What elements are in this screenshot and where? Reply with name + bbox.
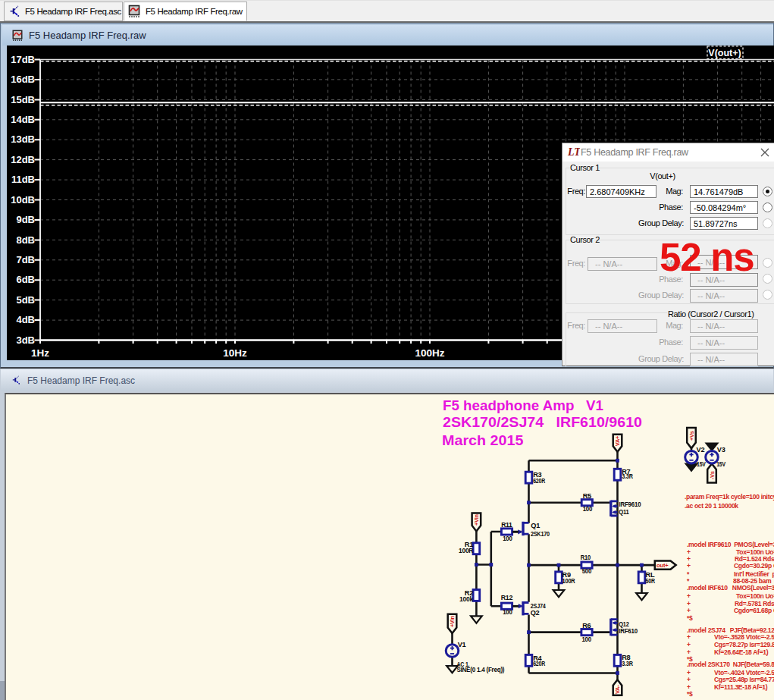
svg-text:Q2: Q2 (531, 609, 540, 617)
svg-text:.model 2SK170 NJF(Beta=59.86m: .model 2SK170 NJF(Beta=59.86m (687, 661, 774, 668)
svg-text:VA+: VA+ (614, 435, 621, 446)
svg-text:4dB: 4dB (16, 314, 35, 325)
svg-text:100R: 100R (459, 547, 474, 554)
svg-text:15V: 15V (716, 460, 726, 468)
svg-text:3.3R: 3.3R (622, 660, 633, 667)
svg-text:100k: 100k (459, 595, 474, 603)
svg-text:+: + (687, 676, 691, 683)
svg-text:R5: R5 (583, 492, 591, 500)
svg-text:Kf=26.64E-18 Af=1): Kf=26.64E-18 Af=1) (714, 648, 769, 656)
svg-text:Vto=-.3528 Vtotc=-2.5m: Vto=-.3528 Vtotc=-2.5m (714, 633, 774, 641)
svg-text:88-08-25 bam: 88-08-25 bam (733, 577, 772, 585)
svg-text:SINE(0 1.4 (Freq)): SINE(0 1.4 (Freq)) (456, 666, 504, 673)
svg-text:100: 100 (503, 535, 512, 542)
svg-text:-Vs: -Vs (709, 471, 716, 479)
svg-text:2SK170: 2SK170 (531, 530, 550, 538)
svg-text:March 2015: March 2015 (442, 432, 524, 448)
svg-text:5dB: 5dB (16, 294, 35, 306)
svg-text:+: + (687, 562, 691, 570)
svg-text:100: 100 (581, 636, 591, 643)
svg-text:+Vin: +Vin (449, 616, 456, 627)
svg-text:500: 500 (582, 567, 592, 575)
svg-text:V(out+): V(out+) (708, 48, 741, 58)
svg-text:3.3R: 3.3R (622, 472, 633, 480)
svg-text:15V: 15V (697, 460, 707, 468)
svg-text:50R: 50R (646, 577, 656, 585)
svg-text:7dB: 7dB (16, 254, 35, 265)
svg-text:.model IRF9610 PMOS(Level=3 G: .model IRF9610 PMOS(Level=3 Gamma= (687, 541, 774, 548)
svg-text:out+: out+ (656, 562, 669, 569)
svg-text:8dB: 8dB (16, 234, 35, 246)
svg-text:100R: 100R (562, 577, 575, 585)
svg-text:+Vin: +Vin (473, 514, 480, 526)
svg-text:V2: V2 (697, 446, 705, 454)
svg-text:+: + (687, 641, 691, 648)
svg-text:LT: LT (567, 146, 580, 158)
svg-text:.ac oct 20 1 10000k: .ac oct 20 1 10000k (685, 502, 738, 510)
svg-text:+: + (687, 633, 691, 641)
svg-text:Kf=111.3E-18 Af=1): Kf=111.3E-18 Af=1) (714, 683, 768, 691)
svg-text:9dB: 9dB (16, 214, 35, 225)
svg-text:*$: *$ (687, 614, 693, 622)
svg-text:R6: R6 (582, 622, 591, 629)
svg-text:*: * (687, 577, 690, 585)
svg-text:14dB: 14dB (11, 114, 35, 125)
svg-text:Cgs=78.27p Isr=129.8p: Cgs=78.27p Isr=129.8p (714, 641, 774, 648)
svg-text:F5 headphone Amp V1: F5 headphone Amp V1 (443, 397, 603, 413)
svg-text:IRF9610: IRF9610 (619, 501, 641, 508)
svg-text:.model IRF610 NMOS(Level=3 G: .model IRF610 NMOS(Level=3 Gamma= (687, 584, 774, 592)
svg-text:Q1: Q1 (531, 522, 540, 529)
svg-text:*$: *$ (687, 690, 693, 698)
svg-text:13dB: 13dB (11, 133, 35, 145)
svg-text:12dB: 12dB (11, 154, 35, 165)
svg-text:620R: 620R (533, 477, 545, 485)
svg-text:+Vs: +Vs (688, 431, 695, 441)
svg-text:10Hz: 10Hz (223, 347, 247, 359)
svg-text:100Hz: 100Hz (415, 347, 444, 359)
svg-text:R12: R12 (501, 594, 513, 601)
svg-text:Tox=100n Uo=600 Phi=.6: Tox=100n Uo=600 Phi=.6 (736, 592, 774, 600)
svg-text:620R: 620R (533, 660, 545, 667)
svg-text:+: + (687, 592, 691, 600)
svg-text:100: 100 (583, 505, 593, 513)
svg-text:17dB: 17dB (11, 54, 35, 65)
svg-text:+: + (687, 669, 691, 676)
svg-text:IRF610: IRF610 (619, 627, 638, 635)
svg-text:Vto=-.4024 Vtotc=-2.5m: Vto=-.4024 Vtotc=-2.5m (714, 669, 774, 676)
svg-text:Q11: Q11 (619, 508, 628, 516)
svg-text:10dB: 10dB (11, 194, 35, 206)
svg-text:.param Freq=1k cycle=100 initc: .param Freq=1k cycle=100 initcycles=10 (685, 493, 774, 501)
svg-text:3dB: 3dB (16, 334, 35, 346)
svg-text:1Hz: 1Hz (31, 347, 49, 359)
svg-text:15dB: 15dB (11, 94, 35, 105)
svg-text:R11: R11 (501, 521, 512, 529)
svg-text:16dB: 16dB (11, 74, 35, 85)
svg-text:Cgdo=30.29p Cgso=218p: Cgdo=30.29p Cgso=218p (734, 562, 774, 570)
svg-text:+: + (687, 607, 691, 614)
svg-text:11dB: 11dB (11, 174, 35, 185)
svg-text:2SK170/2SJ74 IRF610/9610: 2SK170/2SJ74 IRF610/9610 (443, 414, 642, 430)
svg-text:Cgdo=61.68p Cgso=130p: Cgdo=61.68p Cgso=130p (734, 607, 774, 614)
svg-text:V1: V1 (458, 641, 466, 648)
svg-text:100: 100 (503, 608, 512, 616)
svg-text:VA-: VA- (614, 685, 621, 694)
svg-text:V3: V3 (717, 446, 725, 454)
svg-text:Cgs=25.48p Isr=84.77p: Cgs=25.48p Isr=84.77p (714, 676, 774, 683)
svg-text:6dB: 6dB (16, 274, 35, 285)
svg-text:R10: R10 (581, 554, 591, 561)
svg-text:+: + (687, 648, 691, 656)
